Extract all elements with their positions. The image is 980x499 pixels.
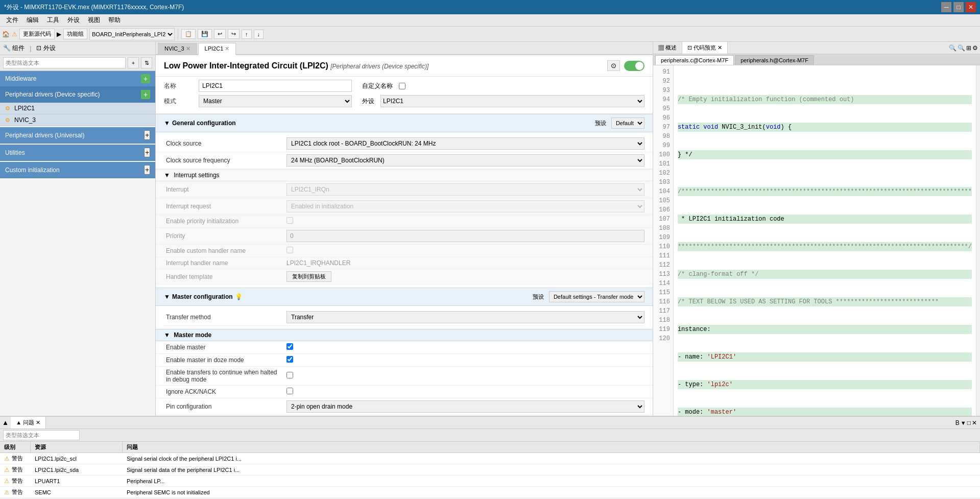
add-component-button[interactable]: + bbox=[128, 57, 139, 68]
middleware-add-button[interactable]: + bbox=[141, 74, 150, 83]
interrupt-select[interactable]: LPI2C1_IRQn bbox=[286, 183, 644, 196]
peripheral-device-add-button[interactable]: + bbox=[141, 90, 150, 99]
warning-icon-0: ⚠ bbox=[4, 455, 10, 462]
nav-custom-init[interactable]: Custom initialization + bbox=[0, 162, 155, 178]
problem-resource-3: SEMC bbox=[31, 488, 123, 497]
ignore-ack-checkbox[interactable] bbox=[286, 388, 293, 394]
enable-master-row: Enable master bbox=[156, 341, 653, 354]
peripheral-universal-add-button[interactable]: + bbox=[144, 130, 150, 140]
master-mode-header[interactable]: ▼ Master mode bbox=[156, 329, 653, 341]
col-resource-header[interactable]: 资源 bbox=[31, 442, 123, 453]
code-preview-tab[interactable]: ⊡ 代码预览 ✕ bbox=[682, 42, 728, 54]
problems-tab[interactable]: ▲ 问题 ✕ bbox=[11, 417, 46, 429]
clock-freq-select[interactable]: 24 MHz (BOARD_BootClockRUN) bbox=[286, 154, 644, 167]
tab-lpi2c1[interactable]: LPI2C1 ✕ bbox=[198, 43, 236, 55]
toolbar-btn-clipboard[interactable]: 📋 bbox=[181, 29, 196, 39]
priority-input[interactable] bbox=[286, 230, 644, 242]
code-toolbar: 🔍 🔍 ⊞ ⚙ bbox=[947, 42, 980, 54]
lpi2c1-icon: ⚙ bbox=[5, 105, 10, 112]
master-config-section-header[interactable]: ▼ Master configuration 💡 预设 Default sett… bbox=[156, 288, 653, 306]
master-preset-select[interactable]: Default settings - Transfer mode bbox=[549, 291, 644, 302]
tab-nvic3-close[interactable]: ✕ bbox=[186, 45, 190, 52]
enable-master-checkbox[interactable] bbox=[286, 343, 293, 350]
custom-name-checkbox[interactable] bbox=[399, 83, 405, 89]
enable-priority-checkbox[interactable] bbox=[286, 217, 293, 224]
bottom-left-icon[interactable]: ▲ bbox=[0, 417, 11, 429]
tab-lpi2c1-close[interactable]: ✕ bbox=[225, 45, 229, 52]
filter-button[interactable]: ⇅ bbox=[141, 57, 152, 68]
minimize-button[interactable]: ─ bbox=[941, 2, 951, 12]
nav-lpi2c1[interactable]: ⚙ LPI2C1 bbox=[0, 103, 155, 114]
code-scrollbar[interactable] bbox=[976, 65, 980, 416]
enable-transfers-checkbox[interactable] bbox=[286, 372, 293, 378]
mode-select[interactable]: Master bbox=[199, 95, 352, 107]
filter-problems-button[interactable]: ▼ bbox=[961, 420, 966, 426]
code-line-97: * LPI2C1 initialization code bbox=[678, 215, 972, 224]
components-tab[interactable]: 🔧 组件 bbox=[3, 44, 25, 53]
name-input[interactable] bbox=[199, 80, 352, 92]
problems-filter-input[interactable] bbox=[3, 430, 80, 440]
function-group-button[interactable]: 功能组 bbox=[63, 29, 87, 39]
problem-row-2[interactable]: ⚠ 警告 LPUART1 Peripheral LP... bbox=[0, 476, 980, 487]
type-filter-input[interactable] bbox=[3, 57, 126, 68]
interrupt-request-select[interactable]: Enabled in initialization bbox=[286, 200, 644, 212]
toolbar-btn-save[interactable]: 💾 bbox=[198, 29, 212, 39]
problem-row-1[interactable]: ⚠ 警告 LPI2C1.lpi2c_sda Signal serial data… bbox=[0, 464, 980, 476]
custom-init-add-button[interactable]: + bbox=[144, 165, 150, 175]
nav-peripheral-universal[interactable]: Peripheral drivers (Universal) + bbox=[0, 127, 155, 144]
clock-freq-value: 24 MHz (BOARD_BootClockRUN) bbox=[286, 154, 644, 167]
component-enable-toggle[interactable] bbox=[624, 61, 644, 71]
overview-tab[interactable]: ▦ 概述 bbox=[653, 42, 682, 54]
peripheral-label: 外设 bbox=[362, 97, 374, 106]
mode-row: 模式 Master 外设 LPI2C1 bbox=[164, 95, 644, 107]
transfer-method-select[interactable]: Transfer bbox=[286, 311, 644, 323]
tab-nvic3[interactable]: NVIC_3 ✕ bbox=[158, 43, 197, 54]
toolbar-btn-redo[interactable]: ↪ bbox=[228, 29, 240, 39]
zoom-in-btn[interactable]: 🔍 bbox=[958, 44, 965, 52]
toolbar-btn-undo[interactable]: ↩ bbox=[214, 29, 226, 39]
toolbar-separator-1 bbox=[178, 29, 178, 39]
problem-row-0[interactable]: ⚠ 警告 LPI2C1.lpi2c_scl Signal serial cloc… bbox=[0, 453, 980, 464]
menu-file[interactable]: 文件 bbox=[2, 15, 22, 26]
copy-clipboard-button[interactable]: 复制到剪贴板 bbox=[286, 271, 331, 282]
expand-btn[interactable]: ⊞ bbox=[966, 44, 971, 52]
peripheral-select[interactable]: LPI2C1 bbox=[380, 95, 644, 107]
clock-source-select[interactable]: LPI2C1 clock root - BOARD_BootClockRUN: … bbox=[286, 137, 644, 150]
settings-btn[interactable]: ⚙ bbox=[972, 44, 978, 52]
search-icon-btn[interactable]: 🔍 bbox=[949, 44, 957, 52]
problem-row-3[interactable]: ⚠ 警告 SEMC Peripheral SEMC is not initial… bbox=[0, 487, 980, 497]
general-config-section-header[interactable]: ▼ General configuration 预设 Default bbox=[156, 114, 653, 132]
col-issue-header[interactable]: 问题 bbox=[123, 442, 980, 453]
pin-config-select[interactable]: 2-pin open drain mode bbox=[286, 400, 644, 413]
peripherals-h-tab[interactable]: peripherals.h@Cortex-M7F bbox=[735, 55, 814, 65]
menu-view[interactable]: 视图 bbox=[84, 15, 104, 26]
menu-help[interactable]: 帮助 bbox=[104, 15, 125, 26]
name-mode-section: 名称 自定义名称 模式 Master 外设 LPI2C1 bbox=[156, 77, 653, 114]
update-source-button[interactable]: 更新源代码 bbox=[19, 29, 55, 39]
menu-tools[interactable]: 工具 bbox=[43, 15, 63, 26]
close-button[interactable]: ✕ bbox=[966, 2, 976, 12]
toolbar-btn-down[interactable]: ↓ bbox=[254, 30, 264, 39]
interrupt-settings-header[interactable]: ▼ Interrupt settings bbox=[156, 169, 653, 181]
toolbar-btn-up[interactable]: ↑ bbox=[242, 30, 252, 39]
pin-config-value: 2-pin open drain mode bbox=[286, 400, 644, 413]
general-config-preset: 预设 Default bbox=[595, 117, 644, 129]
collapse-problems-button[interactable]: □ bbox=[967, 419, 971, 426]
peripherals-tab[interactable]: ⊡ 外设 bbox=[36, 44, 55, 53]
nav-middleware[interactable]: Middleware + bbox=[0, 71, 155, 87]
enable-doze-checkbox[interactable] bbox=[286, 356, 293, 363]
menu-peripheral[interactable]: 外设 bbox=[63, 15, 84, 26]
utilities-add-button[interactable]: + bbox=[144, 148, 150, 157]
component-settings-button[interactable]: ⊙ bbox=[607, 60, 620, 71]
peripherals-c-tab[interactable]: peripherals.c@Cortex-M7F bbox=[655, 55, 734, 65]
col-level-header[interactable]: 级别 bbox=[0, 442, 31, 453]
nav-nvic3[interactable]: ⚙ NVIC_3 bbox=[0, 114, 155, 126]
enable-custom-handler-checkbox[interactable] bbox=[286, 247, 293, 253]
maximize-button[interactable]: □ bbox=[953, 2, 964, 12]
nav-peripheral-device[interactable]: Peripheral drivers (Device specific) + bbox=[0, 87, 155, 103]
close-problems-button[interactable]: ✕ bbox=[972, 419, 977, 426]
preset-select[interactable]: Default bbox=[611, 117, 644, 129]
function-group-select[interactable]: BOARD_InitPeripherals_LPI2 bbox=[89, 28, 175, 40]
nav-utilities[interactable]: Utilities + bbox=[0, 145, 155, 161]
menu-edit[interactable]: 编辑 bbox=[22, 15, 43, 26]
